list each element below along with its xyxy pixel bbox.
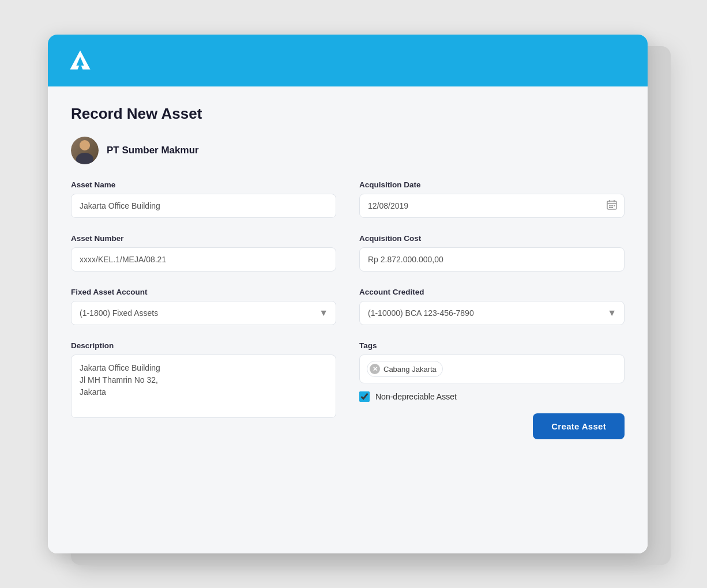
asset-name-input[interactable] [71, 194, 336, 218]
app-logo [66, 47, 94, 74]
asset-number-label: Asset Number [71, 234, 336, 243]
header-bar [48, 35, 648, 86]
company-name: PT Sumber Makmur [107, 145, 199, 156]
description-label: Description [71, 341, 336, 350]
scene: Record New Asset PT Sumber Makmur Asset … [48, 35, 659, 553]
form-title: Record New Asset [71, 105, 625, 123]
right-col-bottom: Tags ✕ Cabang Jakarta Non-depreciable As… [359, 341, 625, 439]
tags-field: Tags ✕ Cabang Jakarta [359, 341, 625, 383]
asset-name-field: Asset Name [71, 180, 336, 218]
fixed-asset-account-select[interactable]: (1-1800) Fixed Assets [71, 301, 336, 325]
create-asset-button[interactable]: Create Asset [533, 413, 625, 439]
acquisition-date-label: Acquisition Date [359, 180, 625, 189]
acquisition-cost-input[interactable] [359, 247, 625, 272]
company-row: PT Sumber Makmur [71, 137, 625, 164]
account-credited-wrapper: (1-10000) BCA 123-456-7890 ▼ [359, 301, 625, 325]
date-wrapper [359, 194, 625, 218]
form-area: Record New Asset PT Sumber Makmur Asset … [48, 86, 648, 553]
non-depreciable-label: Non-depreciable Asset [375, 392, 457, 401]
tag-item[interactable]: ✕ Cabang Jakarta [367, 361, 443, 377]
acquisition-cost-label: Acquisition Cost [359, 234, 625, 243]
tags-label: Tags [359, 341, 625, 350]
account-credited-field: Account Credited (1-10000) BCA 123-456-7… [359, 288, 625, 325]
acquisition-cost-field: Acquisition Cost [359, 234, 625, 272]
acquisition-date-input[interactable] [359, 194, 625, 218]
fixed-asset-account-label: Fixed Asset Account [71, 288, 336, 296]
asset-name-label: Asset Name [71, 180, 336, 189]
description-input[interactable] [71, 355, 336, 418]
non-depreciable-checkbox[interactable] [359, 391, 370, 402]
avatar [71, 137, 99, 164]
acquisition-date-field: Acquisition Date [359, 180, 625, 218]
tag-label: Cabang Jakarta [383, 365, 437, 374]
tags-container[interactable]: ✕ Cabang Jakarta [359, 355, 625, 383]
non-depreciable-row: Non-depreciable Asset [359, 391, 625, 402]
fixed-asset-account-field: Fixed Asset Account (1-1800) Fixed Asset… [71, 288, 336, 325]
description-field: Description [71, 341, 336, 439]
account-credited-select[interactable]: (1-10000) BCA 123-456-7890 [359, 301, 625, 325]
account-credited-label: Account Credited [359, 288, 625, 296]
asset-number-field: Asset Number [71, 234, 336, 272]
tag-remove-icon[interactable]: ✕ [370, 364, 380, 374]
form-grid: Asset Name Acquisition Date [71, 180, 625, 439]
asset-number-input[interactable] [71, 247, 336, 272]
fixed-asset-account-wrapper: (1-1800) Fixed Assets ▼ [71, 301, 336, 325]
main-card: Record New Asset PT Sumber Makmur Asset … [48, 35, 648, 553]
